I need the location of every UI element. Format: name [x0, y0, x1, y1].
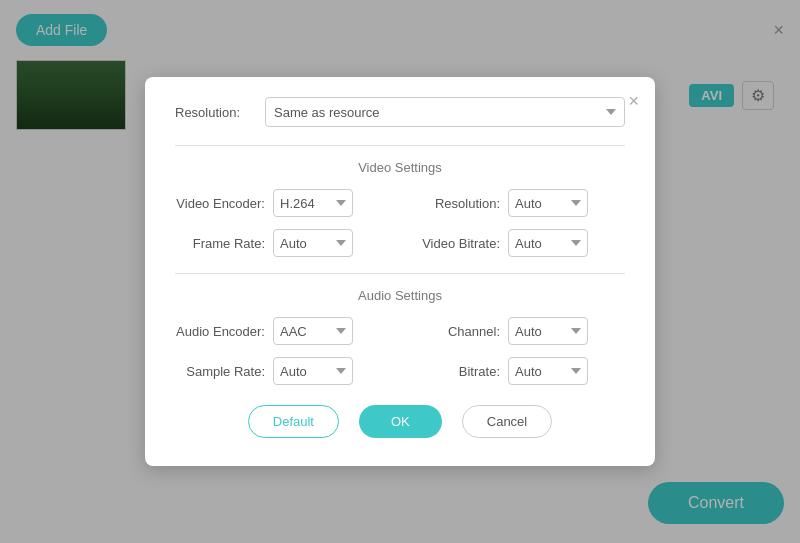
audio-encoder-select[interactable]: AAC — [273, 317, 353, 345]
divider-2 — [175, 273, 625, 274]
bitrate-label: Bitrate: — [410, 364, 500, 379]
video-bitrate-label: Video Bitrate: — [410, 236, 500, 251]
channel-label: Channel: — [410, 324, 500, 339]
bitrate-row: Bitrate: Auto — [410, 357, 625, 385]
sample-rate-select[interactable]: Auto — [273, 357, 353, 385]
ok-button[interactable]: OK — [359, 405, 442, 438]
audio-encoder-label: Audio Encoder: — [175, 324, 265, 339]
modal-close-button[interactable]: × — [628, 91, 639, 112]
cancel-button[interactable]: Cancel — [462, 405, 552, 438]
video-settings-title: Video Settings — [175, 160, 625, 175]
bitrate-select[interactable]: Auto — [508, 357, 588, 385]
sample-rate-row: Sample Rate: Auto — [175, 357, 390, 385]
video-encoder-select[interactable]: H.264 — [273, 189, 353, 217]
video-bitrate-row: Video Bitrate: Auto — [410, 229, 625, 257]
modal-overlay: × Resolution: Same as resource Video Set… — [0, 0, 800, 543]
app-background: Add File × AVI ⚙ ▶ MP... W... — [0, 0, 800, 543]
video-settings-grid: Video Encoder: H.264 Resolution: Auto Fr… — [175, 189, 625, 257]
video-bitrate-select[interactable]: Auto — [508, 229, 588, 257]
frame-rate-label: Frame Rate: — [175, 236, 265, 251]
top-resolution-label: Resolution: — [175, 105, 255, 120]
audio-settings-title: Audio Settings — [175, 288, 625, 303]
frame-rate-row: Frame Rate: Auto — [175, 229, 390, 257]
audio-encoder-row: Audio Encoder: AAC — [175, 317, 390, 345]
video-resolution-select[interactable]: Auto — [508, 189, 588, 217]
modal-buttons: Default OK Cancel — [175, 405, 625, 438]
top-resolution-row: Resolution: Same as resource — [175, 97, 625, 127]
video-resolution-label: Resolution: — [410, 196, 500, 211]
channel-row: Channel: Auto — [410, 317, 625, 345]
divider-1 — [175, 145, 625, 146]
settings-modal: × Resolution: Same as resource Video Set… — [145, 77, 655, 466]
video-resolution-row: Resolution: Auto — [410, 189, 625, 217]
channel-select[interactable]: Auto — [508, 317, 588, 345]
default-button[interactable]: Default — [248, 405, 339, 438]
video-encoder-label: Video Encoder: — [175, 196, 265, 211]
audio-settings-grid: Audio Encoder: AAC Channel: Auto Sample … — [175, 317, 625, 385]
frame-rate-select[interactable]: Auto — [273, 229, 353, 257]
top-resolution-select[interactable]: Same as resource — [265, 97, 625, 127]
video-encoder-row: Video Encoder: H.264 — [175, 189, 390, 217]
sample-rate-label: Sample Rate: — [175, 364, 265, 379]
